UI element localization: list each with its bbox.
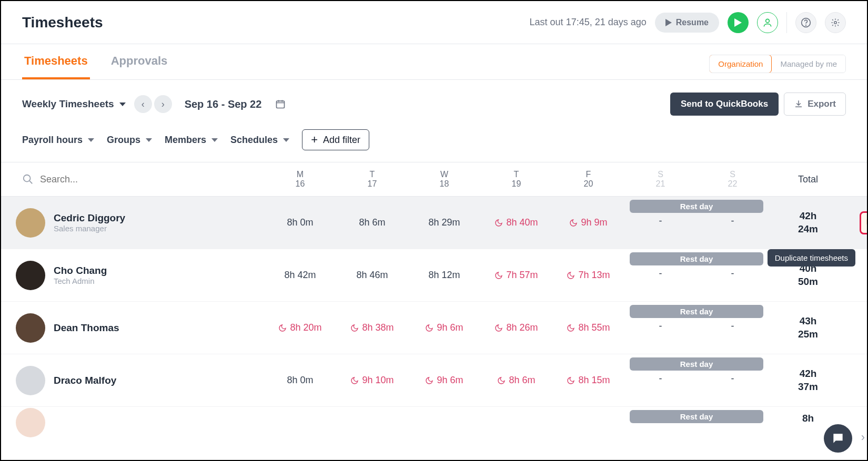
- time-cell[interactable]: 9h 6m: [408, 322, 480, 333]
- next-week-button[interactable]: ›: [154, 95, 172, 113]
- moon-icon: [425, 324, 433, 332]
- settings-button[interactable]: [825, 12, 846, 33]
- calendar-icon: [275, 99, 286, 109]
- chat-launcher[interactable]: [824, 424, 852, 453]
- rest-day-badge: Rest day: [630, 252, 763, 265]
- svg-point-3: [834, 21, 837, 24]
- svg-rect-4: [277, 101, 285, 108]
- filter-schedules[interactable]: Schedules: [230, 135, 289, 146]
- search-icon: [22, 173, 34, 185]
- tab-timesheets[interactable]: Timesheets: [22, 44, 90, 79]
- table-row[interactable]: Dean Thomas8h 20m8h 38m9h 6m8h 26m8h 55m…: [1, 302, 867, 354]
- time-cell[interactable]: 8h 15m: [552, 375, 624, 386]
- chevron-down-icon: [211, 138, 218, 142]
- filter-members[interactable]: Members: [165, 135, 218, 146]
- time-cell[interactable]: 8h 20m: [264, 322, 336, 333]
- table-row[interactable]: Cedric DiggorySales manager8h 0m8h 6m8h …: [1, 197, 867, 249]
- scope-organization[interactable]: Organization: [709, 55, 772, 73]
- moon-icon: [567, 324, 575, 332]
- moon-icon: [278, 324, 287, 332]
- resume-label: Resume: [676, 18, 709, 27]
- scope-managed-by-me[interactable]: Managed by me: [772, 55, 845, 73]
- plus-icon: +: [311, 134, 318, 146]
- time-cell[interactable]: 9h 10m: [336, 375, 408, 386]
- time-cell[interactable]: 8h 38m: [336, 322, 408, 333]
- period-controls-right: Send to QuickBooks Export: [670, 93, 846, 116]
- member-cell: Cedric DiggorySales manager: [1, 208, 264, 238]
- time-cell[interactable]: -: [697, 216, 769, 227]
- svg-point-5: [24, 175, 31, 182]
- time-cell[interactable]: 8h 12m: [408, 270, 480, 281]
- tooltip: Duplicate timesheets: [768, 249, 855, 267]
- time-cell[interactable]: -: [697, 268, 769, 279]
- start-timer-button[interactable]: [728, 12, 749, 33]
- time-cell[interactable]: -: [697, 373, 769, 384]
- time-cell[interactable]: 9h 6m: [408, 375, 480, 386]
- time-cell[interactable]: -: [624, 216, 697, 227]
- time-cell[interactable]: -: [697, 321, 769, 332]
- view-selector-label: Weekly Timesheets: [22, 98, 114, 110]
- scroll-right-indicator[interactable]: ›: [861, 431, 865, 444]
- download-icon: [794, 99, 803, 109]
- chevron-down-icon: [88, 138, 94, 142]
- total-cell: 43h25m: [769, 315, 847, 341]
- time-cell[interactable]: -: [624, 268, 697, 279]
- scope-toggle: Organization Managed by me: [709, 55, 846, 73]
- time-cell[interactable]: 8h 6m: [480, 375, 552, 386]
- duplicate-timesheets-button[interactable]: [860, 211, 868, 234]
- chevron-down-icon: [283, 138, 289, 142]
- svg-point-0: [766, 19, 770, 23]
- time-cell[interactable]: 8h 55m: [552, 322, 624, 333]
- moon-icon: [350, 324, 359, 332]
- member-role: Sales manager: [54, 224, 125, 233]
- help-icon: [801, 17, 811, 28]
- avatar: [16, 208, 45, 238]
- chevron-down-icon: [119, 103, 126, 106]
- table-header: M16 T17 W18 T19 F20 S21 S22 Total: [1, 162, 867, 197]
- col-total: Total: [769, 174, 847, 185]
- send-quickbooks-button[interactable]: Send to QuickBooks: [670, 93, 779, 116]
- time-cell[interactable]: 8h 29m: [408, 217, 480, 228]
- moon-icon: [567, 271, 575, 280]
- time-cell[interactable]: 8h 0m: [264, 375, 336, 386]
- col-fri: F20: [552, 170, 624, 189]
- total-cell: 42h24m: [769, 210, 847, 235]
- play-icon: [665, 19, 672, 26]
- rest-span: Rest day--: [624, 197, 769, 249]
- export-button[interactable]: Export: [784, 93, 846, 116]
- moon-icon: [494, 219, 503, 227]
- time-cell[interactable]: 7h 57m: [480, 270, 552, 281]
- rest-day-badge: Rest day: [630, 410, 763, 423]
- filter-payroll-hours[interactable]: Payroll hours: [22, 135, 94, 146]
- col-sat: S21: [624, 170, 697, 189]
- time-cell[interactable]: 8h 0m: [264, 217, 336, 228]
- time-cell[interactable]: 8h 6m: [336, 217, 408, 228]
- table-row[interactable]: Cho ChangTech Admin8h 42m8h 46m8h 12m7h …: [1, 249, 867, 302]
- time-cell[interactable]: 8h 46m: [336, 270, 408, 281]
- time-cell[interactable]: 7h 13m: [552, 270, 624, 281]
- app-header: Timesheets Last out 17:45, 21 days ago R…: [1, 1, 867, 44]
- time-cell[interactable]: 8h 26m: [480, 322, 552, 333]
- prev-week-button[interactable]: ‹: [134, 95, 152, 113]
- search-input[interactable]: [40, 174, 198, 185]
- time-cell[interactable]: -: [624, 373, 697, 384]
- time-cell[interactable]: -: [624, 321, 697, 332]
- tab-approvals[interactable]: Approvals: [109, 44, 170, 79]
- time-cell[interactable]: 8h 40m: [480, 217, 552, 228]
- table-row[interactable]: Draco Malfoy8h 0m9h 10m9h 6m8h 6m8h 15mR…: [1, 354, 867, 407]
- time-cell[interactable]: 8h 42m: [264, 270, 336, 281]
- resume-button[interactable]: Resume: [655, 13, 719, 33]
- help-button[interactable]: [795, 12, 816, 33]
- member-cell: Dean Thomas: [1, 313, 264, 343]
- period-controls-left: Weekly Timesheets ‹ › Sep 16 - Sep 22: [22, 95, 287, 113]
- add-filter-button[interactable]: + Add filter: [302, 129, 369, 150]
- member-name: Cho Chang: [54, 265, 107, 276]
- avatar: [16, 261, 45, 290]
- member-role: Tech Admin: [54, 276, 107, 285]
- time-cell[interactable]: 9h 9m: [552, 217, 624, 228]
- filter-groups[interactable]: Groups: [107, 135, 152, 146]
- profile-button[interactable]: [757, 12, 778, 33]
- calendar-button[interactable]: [274, 98, 287, 110]
- view-selector[interactable]: Weekly Timesheets: [22, 98, 126, 110]
- col-wed: W18: [408, 170, 480, 189]
